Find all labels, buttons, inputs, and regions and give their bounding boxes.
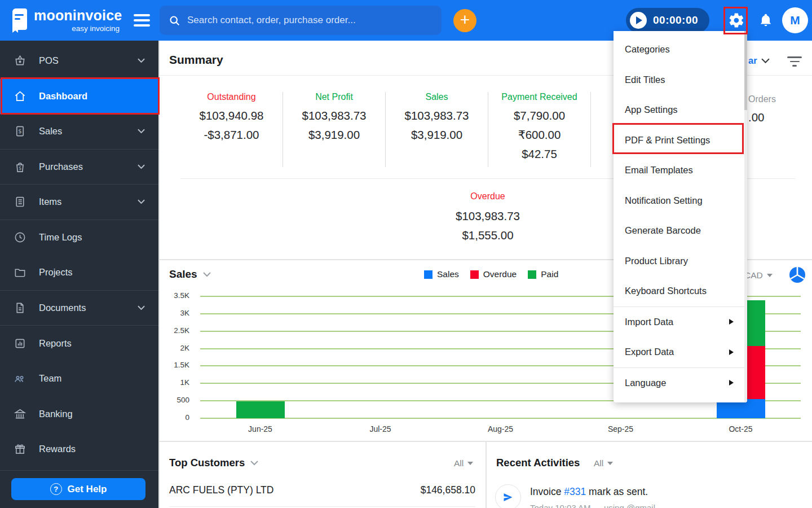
- menu-item-edit-titles[interactable]: Edit Titles: [614, 65, 747, 95]
- notifications-bell-icon[interactable]: [758, 12, 773, 30]
- list-icon: [12, 195, 27, 209]
- legend-label: Overdue: [483, 269, 517, 279]
- legend-item-overdue[interactable]: Overdue: [470, 269, 517, 279]
- sidebar-item-projects[interactable]: Projects: [0, 255, 158, 291]
- sidebar-item-reports[interactable]: Reports: [0, 326, 158, 361]
- chevron-down-icon: [138, 58, 145, 63]
- overdue-amount-1: $103,983.73: [361, 207, 615, 226]
- get-help-label: Get Help: [68, 484, 107, 495]
- menu-item-generate-barcode[interactable]: Generate Barcode: [614, 216, 747, 246]
- menu-item-label: Edit Titles: [625, 75, 665, 85]
- menu-item-import-data[interactable]: Import Data: [614, 307, 747, 338]
- sidebar-item-dashboard[interactable]: Dashboard: [0, 79, 158, 115]
- sidebar-item-time-logs[interactable]: Time Logs: [0, 220, 158, 256]
- stat-value-orders-partial: .00: [748, 111, 765, 124]
- bank-icon: [12, 406, 27, 421]
- timer-widget[interactable]: 00:00:00: [626, 8, 709, 33]
- x-tick-label: Jul-25: [355, 424, 406, 433]
- menu-item-email-templates[interactable]: Email Templates: [614, 155, 747, 186]
- mooninvoice-logo-icon[interactable]: [7, 7, 30, 33]
- stat-net-profit: Net Profit$103,983.73$3,919.00: [283, 92, 386, 167]
- submenu-arrow-icon: [729, 349, 734, 355]
- sidebar-item-banking[interactable]: Banking: [0, 396, 158, 432]
- sales-panel-title[interactable]: Sales: [169, 268, 211, 281]
- menu-item-label: PDF & Print Settings: [625, 135, 710, 146]
- menu-item-product-library[interactable]: Product Library: [614, 246, 747, 277]
- x-tick-label: Oct-25: [716, 424, 766, 433]
- filter-all-label: All: [454, 458, 464, 468]
- legend-swatch: [424, 270, 433, 279]
- legend-swatch: [528, 270, 536, 279]
- bar-chart-icon: [12, 336, 27, 351]
- submenu-arrow-icon: [729, 380, 734, 386]
- y-tick-label: 3.5K: [158, 291, 189, 300]
- chevron-down-icon: [203, 272, 211, 277]
- chevron-down-icon: [138, 129, 145, 134]
- panels-vertical-divider: [486, 441, 487, 508]
- menu-item-categories[interactable]: Categories: [614, 34, 747, 65]
- menu-item-export-data[interactable]: Export Data: [614, 337, 747, 367]
- top-customers-filter[interactable]: All: [454, 458, 473, 468]
- stat-value: $42.75: [488, 144, 590, 164]
- menu-item-pdf-print-settings[interactable]: PDF & Print Settings: [614, 125, 747, 156]
- recent-activities-label: Recent Activities: [496, 457, 580, 469]
- sidebar-item-label: Sales: [39, 126, 62, 137]
- sidebar-item-label: Dashboard: [39, 91, 87, 102]
- settings-dropdown-menu: CategoriesEdit TitlesApp SettingsPDF & P…: [614, 31, 747, 402]
- menu-item-language[interactable]: Language: [614, 368, 747, 398]
- page-title: Summary: [169, 53, 223, 67]
- legend-item-paid[interactable]: Paid: [528, 269, 558, 279]
- gift-icon: [12, 442, 27, 457]
- x-tick-label: Sep-25: [595, 424, 646, 433]
- caret-down-icon: [607, 462, 613, 465]
- stat-sales: Sales$103,983.73$3,919.00: [386, 92, 488, 167]
- invoice-link[interactable]: #331: [564, 486, 586, 497]
- stat-payment-received: Payment Received$7,790.00₹600.00$42.75: [488, 92, 591, 167]
- currency-selector[interactable]: CAD: [744, 270, 773, 281]
- stat-value: $103,940.98: [180, 106, 283, 125]
- menu-scrollbar[interactable]: [744, 31, 747, 402]
- period-label-partial: ar: [748, 55, 757, 66]
- stat-label: Outstanding: [180, 92, 283, 102]
- pie-chart-toggle-icon[interactable]: [789, 266, 806, 286]
- overdue-block: Overdue $103,983.73 $1,555.00: [361, 191, 615, 245]
- settings-gear-icon[interactable]: [728, 12, 745, 31]
- period-selector[interactable]: ar: [748, 55, 770, 66]
- play-icon[interactable]: [630, 12, 647, 29]
- stat-outstanding: Outstanding$103,940.98-$3,871.00: [180, 92, 283, 167]
- sidebar-item-pos[interactable]: POS: [0, 43, 158, 79]
- filter-icon[interactable]: [787, 56, 802, 67]
- menu-item-notification-setting[interactable]: Notification Setting: [614, 186, 747, 216]
- settings-menu-items: CategoriesEdit TitlesApp SettingsPDF & P…: [614, 34, 747, 398]
- svg-text:$: $: [18, 165, 21, 171]
- get-help-button[interactable]: ? Get Help: [11, 478, 145, 500]
- sidebar-item-rewards[interactable]: Rewards: [0, 432, 158, 467]
- top-customers-title[interactable]: Top Customers: [169, 457, 258, 469]
- sidebar-item-sales[interactable]: $Sales: [0, 114, 158, 150]
- x-tick-label: Aug-25: [475, 424, 526, 433]
- menu-item-keyboard-shortcuts[interactable]: Keyboard Shortcuts: [614, 276, 747, 306]
- team-icon: [12, 371, 27, 386]
- sidebar-item-items[interactable]: Items: [0, 185, 158, 220]
- sidebar-item-documents[interactable]: Documents: [0, 291, 158, 326]
- search-input[interactable]: [187, 15, 433, 26]
- sidebar-item-purchases[interactable]: $Purchases: [0, 150, 158, 185]
- sidebar-item-team[interactable]: Team: [0, 361, 158, 397]
- home-icon: [12, 89, 27, 103]
- hamburger-menu-icon[interactable]: [134, 14, 150, 27]
- brand-tagline: easy invoicing: [34, 24, 120, 33]
- user-avatar[interactable]: M: [782, 7, 808, 33]
- clock-icon: [12, 230, 27, 245]
- legend-item-sales[interactable]: Sales: [424, 269, 459, 279]
- menu-item-label: Keyboard Shortcuts: [625, 286, 707, 296]
- bar-segment-paid-jun-25[interactable]: [236, 401, 285, 418]
- sidebar-menu: POSDashboard$Sales$PurchasesItemsTime Lo…: [0, 43, 158, 467]
- y-tick-label: 500: [158, 396, 189, 404]
- customer-name[interactable]: ARC FUELS (PTY) LTD: [169, 484, 273, 496]
- activity-suffix: mark as sent.: [586, 486, 648, 497]
- recent-activities-filter[interactable]: All: [594, 458, 613, 468]
- add-new-button[interactable]: +: [453, 9, 476, 32]
- menu-item-app-settings[interactable]: App Settings: [614, 95, 747, 125]
- menu-item-label: Categories: [625, 44, 670, 55]
- sidebar-item-label: Reports: [39, 338, 72, 349]
